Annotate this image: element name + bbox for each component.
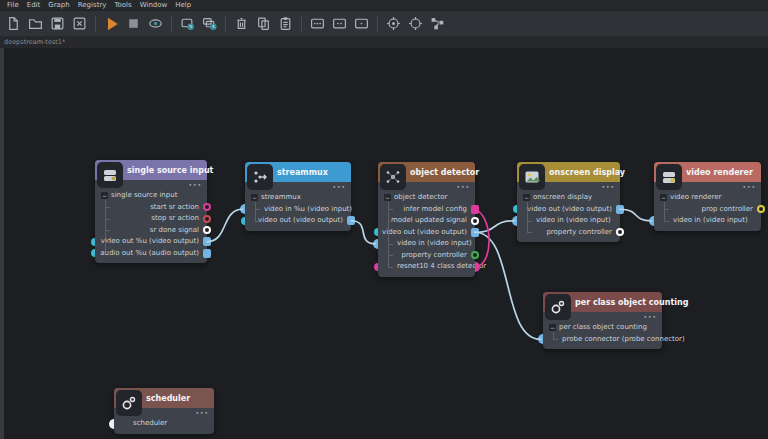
run-graph-button[interactable]: [101, 13, 122, 34]
panels-clock-button[interactable]: [199, 13, 220, 34]
node-streammux[interactable]: streammux•••−streammuxvideo in %u (video…: [245, 162, 351, 231]
port-prop-controller-out[interactable]: [757, 205, 765, 213]
port-resnet10-4-class-detector-in[interactable]: [374, 263, 378, 271]
port-video-in-u-video-input-in[interactable]: [240, 204, 245, 214]
menu-edit[interactable]: Edit: [23, 1, 45, 9]
node-body: −onscreen displayvideo out (video output…: [517, 192, 620, 238]
port-property-controller-out[interactable]: [616, 228, 624, 236]
group-two-dots-button[interactable]: [329, 13, 350, 34]
copy-button[interactable]: [253, 13, 274, 34]
node-row-per-class-object-counting: −per class object counting: [543, 322, 662, 334]
node-menu-icon[interactable]: •••: [456, 184, 470, 190]
node-body: scheduler: [114, 418, 214, 430]
collapse-icon[interactable]: −: [251, 194, 258, 201]
group-one-dot-button[interactable]: [351, 13, 372, 34]
row-label: stop sr action: [151, 214, 199, 222]
row-label: video renderer: [670, 193, 721, 201]
focus-selected-button[interactable]: [383, 13, 404, 34]
menu-help[interactable]: Help: [171, 1, 195, 9]
panel-clock-button[interactable]: [177, 13, 198, 34]
focus-all-button[interactable]: [405, 13, 426, 34]
node-single-source-input[interactable]: single source input•••−single source inp…: [95, 160, 207, 263]
render-cards-icon: [656, 164, 682, 190]
row-label: single source input: [111, 191, 177, 199]
collapse-icon[interactable]: −: [549, 324, 556, 331]
row-label: video out (video output): [258, 216, 343, 224]
layout-icon: [430, 16, 445, 31]
port-probe-connector-probe-connector-in[interactable]: [538, 334, 543, 344]
node-row-video-in-video-input: video in (video input): [654, 215, 761, 227]
box-dots3-icon: [310, 16, 325, 31]
menu-graph[interactable]: Graph: [44, 1, 73, 9]
row-label: audio out %u (audio output): [100, 249, 199, 257]
tree-tick: [388, 221, 393, 222]
row-label: streammux: [261, 193, 301, 201]
port-property-controller-out[interactable]: [471, 251, 479, 259]
toolbar-separator: [225, 16, 226, 32]
node-row-prop-controller: prop controller: [654, 204, 761, 216]
node-object-detector[interactable]: object detector•••−object detectorinfer …: [378, 162, 475, 277]
node-menu-icon[interactable]: •••: [601, 184, 615, 190]
graph-tab[interactable]: deepstream-test1*: [4, 38, 65, 46]
port-video-out-video-output-in[interactable]: [241, 217, 245, 225]
port-video-in-video-input-in[interactable]: [373, 239, 378, 249]
menu-file[interactable]: File: [3, 1, 23, 9]
node-row-property-controller: property controller: [517, 227, 620, 239]
collapse-icon[interactable]: −: [523, 194, 530, 201]
node-menu-icon[interactable]: •••: [332, 184, 346, 190]
menu-tools[interactable]: Tools: [110, 1, 135, 9]
node-menu-icon[interactable]: •••: [188, 182, 202, 188]
focus-dot-icon: [386, 16, 401, 31]
paste-button[interactable]: [275, 13, 296, 34]
node-row-resnet10-4-class-detector: resnet10 4 class detector: [378, 261, 475, 273]
port-infer-model-config-out[interactable]: [471, 205, 479, 214]
node-row-audio-out-u-audio-output: audio out %u (audio output): [95, 248, 207, 260]
tree-tick: [664, 209, 669, 210]
node-scheduler[interactable]: scheduler•••scheduler: [114, 388, 214, 434]
close-graph-button[interactable]: [69, 13, 90, 34]
auto-layout-button[interactable]: [427, 13, 448, 34]
menu-registry[interactable]: Registry: [74, 1, 111, 9]
node-row-onscreen-display: −onscreen display: [517, 192, 620, 204]
port-model-updated-signal-out[interactable]: [471, 217, 479, 225]
delete-button[interactable]: [231, 13, 252, 34]
port-video-out-u-video-output-out[interactable]: [203, 237, 211, 246]
graph-canvas[interactable]: single source input•••−single source inp…: [0, 48, 768, 439]
inference-icon: [380, 164, 406, 190]
open-graph-button[interactable]: [25, 13, 46, 34]
eye-icon: [148, 16, 163, 31]
port-video-out-video-output-in[interactable]: [513, 205, 517, 213]
port-start-sr-action-out[interactable]: [203, 203, 211, 211]
node-video-renderer[interactable]: video renderer•••−video rendererprop con…: [654, 162, 761, 231]
tree-tick: [255, 209, 260, 210]
save-graph-button[interactable]: [47, 13, 68, 34]
collapse-icon[interactable]: −: [660, 194, 667, 201]
port-video-in-video-input-in[interactable]: [512, 216, 517, 226]
node-menu-icon[interactable]: •••: [643, 314, 657, 320]
group-three-dots-button[interactable]: [307, 13, 328, 34]
node-menu-icon[interactable]: •••: [195, 410, 209, 416]
node-menu-icon[interactable]: •••: [742, 184, 756, 190]
port-audio-out-u-audio-output-out[interactable]: [203, 249, 211, 258]
row-label: video in (video input): [397, 239, 472, 247]
port-audio-out-u-audio-output-in[interactable]: [91, 249, 95, 257]
row-label: sr done signal: [150, 226, 199, 234]
stop-graph-button[interactable]: [123, 13, 144, 34]
node-title: object detector: [410, 168, 479, 177]
collapse-icon[interactable]: −: [101, 192, 108, 199]
port-video-in-video-input-in[interactable]: [649, 216, 654, 226]
preview-button[interactable]: [145, 13, 166, 34]
collapse-icon[interactable]: −: [384, 194, 391, 201]
new-file-button[interactable]: [3, 13, 24, 34]
node-onscreen-display[interactable]: onscreen display•••−onscreen displayvide…: [517, 162, 620, 242]
port-scheduler-in[interactable]: [109, 419, 114, 429]
port-video-out-video-output-out[interactable]: [616, 205, 624, 214]
port-video-out-u-video-output-in[interactable]: [91, 238, 95, 246]
node-per-class-object-counting[interactable]: per class object counting•••−per class o…: [543, 292, 662, 349]
port-stop-sr-action-out[interactable]: [203, 215, 211, 223]
port-sr-done-signal-out[interactable]: [203, 226, 211, 234]
port-video-out-video-output-out[interactable]: [471, 228, 479, 237]
port-video-out-video-output-in[interactable]: [374, 228, 378, 236]
menu-window[interactable]: Window: [136, 1, 172, 9]
port-video-out-video-output-out[interactable]: [347, 216, 355, 225]
